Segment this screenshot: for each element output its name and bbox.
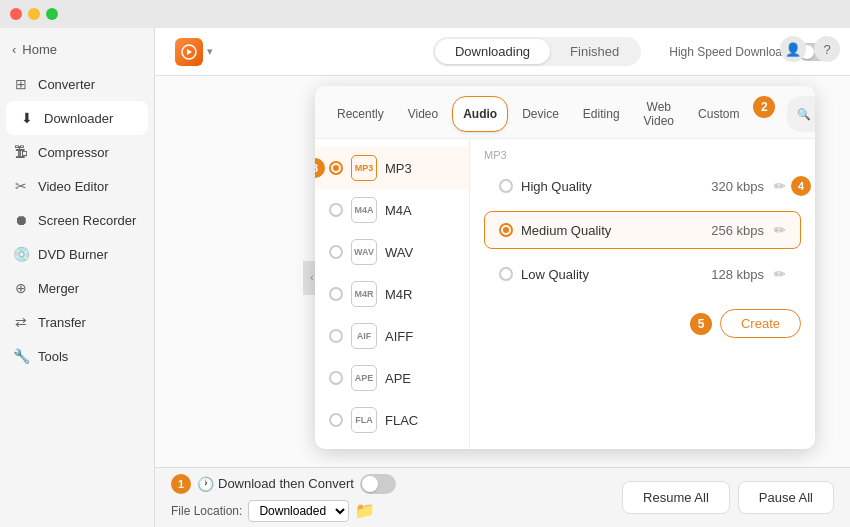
ape-label: APE <box>385 371 411 386</box>
quality-format-label: MP3 <box>484 149 801 161</box>
high-quality-kbps: 320 kbps <box>711 179 764 194</box>
app-logo-chevron: ▾ <box>207 45 213 58</box>
low-quality-edit-icon[interactable]: ✏ <box>774 266 786 282</box>
high-speed-label: High Speed Download: <box>669 45 792 59</box>
sidebar: ‹ Home ⊞ Converter ⬇ Downloader 🗜 Compre… <box>0 28 155 527</box>
screen-recorder-icon: ⏺ <box>12 211 30 229</box>
tab-recently[interactable]: Recently <box>327 96 394 132</box>
top-bar: ▾ Downloading Finished High Speed Downlo… <box>155 28 850 76</box>
sidebar-label-downloader: Downloader <box>44 111 113 126</box>
sidebar-item-video-editor[interactable]: ✂ Video Editor <box>0 169 154 203</box>
m4a-label: M4A <box>385 203 412 218</box>
sidebar-label-screen-recorder: Screen Recorder <box>38 213 136 228</box>
sidebar-item-converter[interactable]: ⊞ Converter <box>0 67 154 101</box>
download-convert-label: 🕐 Download then Convert <box>197 476 354 492</box>
format-item-ape[interactable]: APE APE <box>315 357 469 399</box>
clock-icon: 🕐 <box>197 476 214 492</box>
sidebar-item-dvd-burner[interactable]: 💿 DVD Burner <box>0 237 154 271</box>
step-badge-4: 4 <box>791 176 811 196</box>
download-convert-toggle[interactable] <box>360 474 396 494</box>
sidebar-item-tools[interactable]: 🔧 Tools <box>0 339 154 373</box>
merger-icon: ⊕ <box>12 279 30 297</box>
sidebar-home[interactable]: ‹ Home <box>0 36 154 67</box>
quality-medium[interactable]: Medium Quality 256 kbps ✏ <box>484 211 801 249</box>
dvd-burner-icon: 💿 <box>12 245 30 263</box>
download-convert-row: 1 🕐 Download then Convert <box>171 474 396 494</box>
folder-icon[interactable]: 📁 <box>355 501 375 520</box>
step-badge-3: 3 <box>315 158 325 178</box>
sidebar-item-compressor[interactable]: 🗜 Compressor <box>0 135 154 169</box>
pause-all-button[interactable]: Pause All <box>738 481 834 514</box>
medium-quality-radio <box>499 223 513 237</box>
format-item-mp3[interactable]: MP3 MP3 3 <box>315 147 469 189</box>
format-item-m4r[interactable]: M4R M4R <box>315 273 469 315</box>
tab-video[interactable]: Video <box>398 96 448 132</box>
tab-editing[interactable]: Editing <box>573 96 630 132</box>
quality-low[interactable]: Low Quality 128 kbps ✏ <box>484 255 801 293</box>
sidebar-label-dvd-burner: DVD Burner <box>38 247 108 262</box>
flac-label: FLAC <box>385 413 418 428</box>
help-icon[interactable]: ? <box>814 36 840 62</box>
medium-quality-kbps: 256 kbps <box>711 223 764 238</box>
mp3-radio <box>329 161 343 175</box>
tab-web-video[interactable]: Web Video <box>634 96 684 132</box>
aiff-radio <box>329 329 343 343</box>
mp3-icon: MP3 <box>351 155 377 181</box>
file-location-row: File Location: Downloaded 📁 <box>171 500 396 522</box>
ape-radio <box>329 371 343 385</box>
content-area: ▾ Downloading Finished High Speed Downlo… <box>155 28 850 527</box>
tab-downloading[interactable]: Downloading <box>435 39 550 64</box>
low-quality-label: Low Quality <box>521 267 711 282</box>
high-quality-edit-icon[interactable]: ✏ <box>774 178 786 194</box>
sidebar-item-screen-recorder[interactable]: ⏺ Screen Recorder <box>0 203 154 237</box>
sidebar-item-transfer[interactable]: ⇄ Transfer <box>0 305 154 339</box>
action-buttons: Resume All Pause All <box>622 481 834 514</box>
high-quality-label: High Quality <box>521 179 711 194</box>
low-quality-radio <box>499 267 513 281</box>
tab-custom[interactable]: Custom <box>688 96 749 132</box>
m4r-label: M4R <box>385 287 412 302</box>
create-button[interactable]: Create <box>720 309 801 338</box>
m4r-icon: M4R <box>351 281 377 307</box>
step-badge-2: 2 <box>753 96 775 118</box>
sidebar-item-downloader[interactable]: ⬇ Downloader <box>6 101 148 135</box>
format-item-m4a[interactable]: M4A M4A <box>315 189 469 231</box>
m4a-radio <box>329 203 343 217</box>
app-logo <box>175 38 203 66</box>
file-location-select[interactable]: Downloaded <box>248 500 349 522</box>
ape-icon: APE <box>351 365 377 391</box>
maximize-button[interactable] <box>46 8 58 20</box>
app-logo-button[interactable]: ▾ <box>175 38 213 66</box>
home-chevron-icon: ‹ <box>12 42 16 57</box>
medium-quality-edit-icon[interactable]: ✏ <box>774 222 786 238</box>
sidebar-label-video-editor: Video Editor <box>38 179 109 194</box>
format-item-aiff[interactable]: AIF AIFF <box>315 315 469 357</box>
resume-all-button[interactable]: Resume All <box>622 481 730 514</box>
wav-label: WAV <box>385 245 413 260</box>
mp3-label: MP3 <box>385 161 412 176</box>
format-item-flac[interactable]: FLA FLAC <box>315 399 469 441</box>
user-icon[interactable]: 👤 <box>780 36 806 62</box>
tab-finished[interactable]: Finished <box>550 39 639 64</box>
bottom-bar: 1 🕐 Download then Convert File Location:… <box>155 467 850 527</box>
main-area: Recently Video Audio Device Editing Web … <box>155 76 850 467</box>
medium-quality-label: Medium Quality <box>521 223 711 238</box>
minimize-button[interactable] <box>28 8 40 20</box>
sidebar-label-tools: Tools <box>38 349 68 364</box>
format-item-wav[interactable]: WAV WAV <box>315 231 469 273</box>
m4r-radio <box>329 287 343 301</box>
tab-device[interactable]: Device <box>512 96 569 132</box>
wav-icon: WAV <box>351 239 377 265</box>
file-location-label: File Location: <box>171 504 242 518</box>
quality-high[interactable]: High Quality 320 kbps ✏ 4 <box>484 167 801 205</box>
step-badge-1: 1 <box>171 474 191 494</box>
sidebar-item-merger[interactable]: ⊕ Merger <box>0 271 154 305</box>
sidebar-label-converter: Converter <box>38 77 95 92</box>
downloader-icon: ⬇ <box>18 109 36 127</box>
search-box: 🔍 <box>787 96 815 132</box>
tab-audio[interactable]: Audio <box>452 96 508 132</box>
aiff-label: AIFF <box>385 329 413 344</box>
close-button[interactable] <box>10 8 22 20</box>
tab-group: Downloading Finished <box>433 37 641 66</box>
flac-radio <box>329 413 343 427</box>
